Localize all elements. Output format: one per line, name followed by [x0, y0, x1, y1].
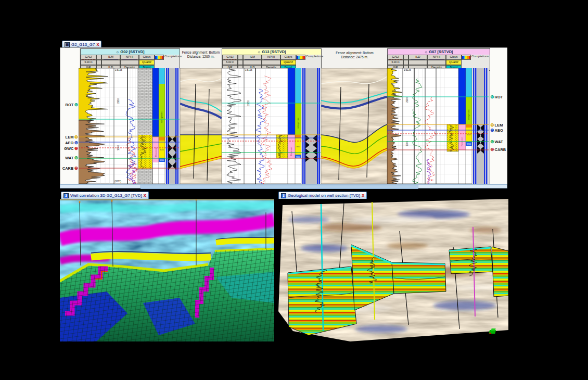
close-icon[interactable]: x [144, 193, 146, 198]
svg-text:2900: 2900 [406, 97, 408, 103]
svg-text:rotliegendes: rotliegendes [468, 109, 470, 120]
svg-text:B40: B40 [160, 148, 164, 151]
completions-column [165, 68, 180, 184]
track-header-completions[interactable]: Completions [164, 55, 182, 59]
left-marker-gutter [60, 48, 79, 184]
marker-icon: ⊕ [74, 146, 78, 151]
quartz-cell: Quartz [280, 60, 296, 65]
svg-text:B40: B40 [297, 145, 301, 148]
well-correlation-window: ▦ G2_G13_G7 x ▾ Fence alignment: Bottom … [60, 41, 507, 187]
quartz-cell: Quartz [446, 60, 462, 65]
svg-text:2900: 2900 [117, 98, 120, 104]
track-header-completions[interactable]: Completions [305, 55, 323, 59]
completions-column [472, 68, 489, 184]
track-header-ilm[interactable]: ILM [243, 55, 262, 60]
track-header-cali[interactable]: CALI [388, 55, 403, 60]
geological-model-window: 3 Geological model on well section [TVD]… [277, 192, 508, 341]
marker-right-carb: ⊕CARB [490, 147, 506, 152]
well-title: G07 [SSTVD] [429, 49, 453, 54]
zone-legend [462, 55, 471, 60]
tab-geological-model[interactable]: 3 Geological model on well section [TVD]… [278, 192, 367, 199]
cali-scale: 6.00 in 16.00 [81, 60, 96, 65]
track-header-ild[interactable]: ILD [408, 55, 427, 60]
lithology-column [447, 124, 458, 151]
svg-text:rotliegendes: rotliegendes [160, 111, 163, 123]
marker-icon: ⊕ [490, 140, 494, 144]
3d-correlation-view[interactable] [60, 199, 274, 341]
marker-icon: ⊕ [74, 141, 78, 145]
tab-label: Geological model on well section [TVD] [288, 193, 360, 198]
svg-text:W40: W40 [160, 159, 164, 161]
well-correlation-3d-window: 3 Well correlation 3D G2_G13_G7 [TVD] x [60, 192, 274, 341]
well-header-g02[interactable]: ☼ G02 [SSTVD] CALI ILM NPHI Clays Comple… [80, 48, 180, 71]
svg-text:W40: W40 [467, 143, 471, 145]
marker-left-lem: LEM⊕ [61, 134, 78, 140]
track-header-ilm[interactable]: ILM [101, 55, 120, 60]
viewport-3d-icon: 3 [63, 193, 69, 198]
tab-well-correlation-3d[interactable]: 3 Well correlation 3D G2_G13_G7 [TVD] x [61, 192, 149, 199]
track-header-clays[interactable]: Clays [139, 55, 155, 60]
marker-left-gwc: GWC⊕ [61, 146, 78, 151]
well-icon: ☼ [257, 49, 261, 54]
track-header-completions[interactable]: Completions [471, 55, 490, 59]
horizontal-scrollbar[interactable] [60, 184, 507, 188]
well-tracks-g07[interactable]: 1:5136 2900 3000 [387, 68, 489, 184]
well-icon: ☼ [116, 49, 119, 54]
track-header-clays[interactable]: Clays [446, 55, 462, 60]
marker-right-wat: ⊕WAT [490, 139, 503, 144]
seismic-section-2[interactable] [321, 68, 387, 184]
well-title: G02 [SSTVD] [120, 49, 144, 54]
marker-icon: ⊕ [490, 123, 494, 128]
track-header-clays[interactable]: Clays [280, 55, 296, 60]
zone-legend [296, 55, 305, 60]
svg-text:W40: W40 [296, 156, 300, 158]
marker-left-wat: WAT⊕ [61, 155, 78, 160]
track-header-nphi[interactable]: NPHI [262, 55, 280, 60]
track-header-md[interactable] [96, 55, 101, 60]
marker-left-aeo: AEO⊕ [61, 140, 78, 145]
well-tracks-g02[interactable]: 1:5136 2900 3000 (3277) [79, 68, 180, 184]
fence-note-line: Distance: 2475 m. [322, 55, 387, 59]
tab-correlation[interactable]: ▦ G2_G13_G7 x [62, 41, 101, 48]
track-header-nphi[interactable]: NPHI [427, 55, 446, 60]
well-tracks-g13[interactable]: 1:5136 2900 Reservoir rotlie [222, 68, 321, 184]
desktop: ▦ G2_G13_G7 x ▾ Fence alignment: Bottom … [0, 0, 588, 380]
well-title: G13 [SSTVD] [262, 49, 286, 54]
marker-left-carb: CARB⊕ [61, 166, 78, 171]
scrollbar-thumb[interactable] [140, 185, 418, 189]
marker-icon: ⊕ [74, 135, 78, 140]
seismic-section-1[interactable] [180, 68, 222, 184]
svg-text:rotliegendes: rotliegendes [297, 118, 299, 129]
svg-text:(3277): (3277) [114, 180, 122, 183]
lithology-column [138, 68, 152, 184]
track-header-cali[interactable]: CALI [81, 55, 96, 60]
close-icon[interactable]: x [362, 193, 364, 198]
close-icon[interactable]: x [96, 42, 99, 47]
marker-icon: ⊕ [74, 103, 78, 107]
marker-icon: ⊕ [490, 128, 494, 133]
cali-scale: 6.00 in 16.00 [388, 60, 403, 65]
marker-icon: ⊕ [74, 156, 78, 160]
tab-label: G2_G13_G7 [71, 42, 95, 47]
well-header-g13[interactable]: ☼ G13 [SSTVD] CALI ILM NPHI Clays Comple… [222, 48, 322, 71]
marker-left-rot: ROT⊕ [61, 102, 78, 107]
track-header-nphi[interactable]: NPHI [120, 55, 139, 60]
fence-note-1: Fence alignment: Bottom Distance: 1260 m… [180, 50, 222, 59]
svg-text:1:5136: 1:5136 [115, 69, 122, 71]
fence-note-line: Fence alignment: Bottom [180, 50, 222, 55]
marker-icon: ⊕ [490, 95, 494, 99]
completions-column [301, 68, 321, 184]
geological-section-view[interactable] [277, 199, 508, 341]
svg-text:Reservoir: Reservoir [290, 146, 292, 156]
track-header-cali[interactable]: CALI [222, 55, 238, 60]
window-grid-icon: ▦ [65, 42, 70, 47]
tab-label: Well correlation 3D G2_G13_G7 [TVD] [70, 193, 142, 198]
marker-icon: ⊕ [74, 166, 78, 171]
well-header-g07[interactable]: ☼ G07 [SSTVD] CALI ILD NPHI Clays Comple… [387, 48, 490, 71]
fence-note-line: Fence alignment: Bottom [322, 51, 387, 55]
fence-note-2: Fence alignment: Bottom Distance: 2475 m… [322, 51, 387, 59]
correlation-view[interactable]: ▾ Fence alignment: Bottom Distance: 1260… [60, 47, 507, 185]
right-marker-gutter [489, 48, 507, 184]
marker-right-rot: ⊕ROT [490, 94, 503, 99]
marker-icon: ⊕ [490, 147, 494, 152]
